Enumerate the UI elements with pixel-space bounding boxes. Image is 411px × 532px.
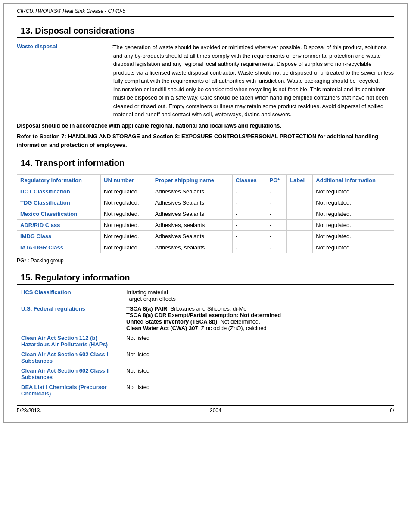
pg-cell: - [266,242,287,253]
additional-cell: Not regulated. [313,220,394,231]
table-row: DOT Classification Not regulated. Adhesi… [17,186,394,197]
label-cell [287,208,313,220]
classes-cell: - [232,231,266,242]
un-cell: Not regulated. [101,231,152,242]
hcs-row: HCS Classification : Irritating material… [21,289,394,302]
un-cell: Not regulated. [101,242,152,253]
label-cell [287,197,313,208]
table-row: IMDG Class Not regulated. Adhesives Seal… [17,231,394,242]
shipping-cell: Adhesives Sealants [152,231,232,242]
us-fed-line-0: TSCA 8(a) PAIR: Siloxanes and Silicones,… [126,305,281,312]
classes-cell: - [232,208,266,220]
label-cell [287,220,313,231]
col-reg-info: Regulatory information [17,175,101,186]
un-cell: Not regulated. [101,197,152,208]
col-un-number: UN number [101,175,152,186]
shipping-cell: Adhesives Sealants [152,186,232,197]
waste-disposal-text: The generation of waste should be avoide… [113,42,394,119]
col-label: Label [287,175,313,186]
disposal-bold2: Refer to Section 7: HANDLING AND STORAGE… [17,132,394,149]
dea-label: DEA List I Chemicals (Precursor Chemical… [21,384,120,397]
clean-air-112-label: Clean Air Act Section 112 (b) Hazardous … [21,335,120,348]
hcs-value: Irritating material Target organ effects [126,289,176,302]
hcs-value1: Irritating material [126,289,176,296]
label-cell [287,231,313,242]
un-cell: Not regulated. [101,220,152,231]
col-additional: Additional information [313,175,394,186]
table-row: Mexico Classification Not regulated. Adh… [17,208,394,220]
footer-code: 3004 [210,408,221,414]
label-cell [287,242,313,253]
table-row: ADR/RID Class Not regulated. Adhesives, … [17,220,394,231]
shipping-cell: Adhesives Sealants [152,208,232,220]
classes-cell: - [232,220,266,231]
additional-cell: Not regulated. [313,197,394,208]
footer-date: 5/28/2013. [17,408,41,414]
additional-cell: Not regulated. [313,231,394,242]
reg-cell: IMDG Class [17,231,101,242]
pg-cell: - [266,208,287,220]
reg-cell: ADR/RID Class [17,220,101,231]
us-fed-content: TSCA 8(a) PAIR: Siloxanes and Silicones,… [126,305,281,331]
clean-air-112-row: Clean Air Act Section 112 (b) Hazardous … [21,335,394,348]
classes-cell: - [232,197,266,208]
pg-cell: - [266,220,287,231]
section15-heading: 15. Regulatory information [17,271,394,285]
col-classes: Classes [232,175,266,186]
shipping-cell: Adhesives, sealants [152,242,232,253]
hcs-value2: Target organ effects [126,296,176,302]
reg-cell: DOT Classification [17,186,101,197]
section14-heading: 14. Transport information [17,156,394,170]
clean-air-112-value: Not listed [126,335,149,341]
shipping-cell: Adhesives Sealants [152,197,232,208]
un-cell: Not regulated. [101,208,152,220]
dea-row: DEA List I Chemicals (Precursor Chemical… [21,384,394,397]
pg-cell: - [266,231,287,242]
doc-header: CIRCUITWORKS® Heat Sink Grease - CT40-5 [17,8,394,17]
page-container: CIRCUITWORKS® Heat Sink Grease - CT40-5 … [3,3,408,423]
reg-cell: Mexico Classification [17,208,101,220]
additional-cell: Not regulated. [313,208,394,220]
us-fed-label: U.S. Federal regulations [21,305,120,331]
pg-cell: - [266,186,287,197]
waste-disposal-row: Waste disposal : The generation of waste… [17,42,394,119]
reg-cell: TDG Classification [17,197,101,208]
clean-air-602-class2-value: Not listed [126,367,149,374]
waste-disposal-label: Waste disposal [17,42,112,119]
clean-air-602-class1-value: Not listed [126,351,149,358]
additional-cell: Not regulated. [313,242,394,253]
section13-heading: 13. Disposal considerations [17,24,394,38]
clean-air-602-class2-label: Clean Air Act Section 602 Class II Subst… [21,367,120,380]
shipping-cell: Adhesives, sealants [152,220,232,231]
un-cell: Not regulated. [101,186,152,197]
transport-table: Regulatory information UN number Proper … [17,174,394,253]
us-fed-line-2: United States inventory (TSCA 8b): Not d… [126,318,281,325]
table-row: IATA-DGR Class Not regulated. Adhesives,… [17,242,394,253]
label-cell [287,186,313,197]
classes-cell: - [232,186,266,197]
col-proper-shipping: Proper shipping name [152,175,232,186]
us-fed-row: U.S. Federal regulations : TSCA 8(a) PAI… [21,305,394,331]
hcs-label: HCS Classification [21,289,120,302]
dea-value: Not listed [126,384,149,390]
additional-cell: Not regulated. [313,186,394,197]
reg-cell: IATA-DGR Class [17,242,101,253]
clean-air-602-class2-row: Clean Air Act Section 602 Class II Subst… [21,367,394,380]
footer: 5/28/2013. 3004 6/ [17,405,394,414]
classes-cell: - [232,242,266,253]
table-row: TDG Classification Not regulated. Adhesi… [17,197,394,208]
us-fed-line-1: TSCA 8(a) CDR Exempt/Partial exemption: … [126,312,281,318]
clean-air-602-class1-row: Clean Air Act Section 602 Class I Substa… [21,351,394,364]
footer-page: 6/ [390,408,394,414]
disposal-bold1: Disposal should be in accordance with ap… [17,121,394,130]
us-fed-line-3: Clean Water Act (CWA) 307: Zinc oxide (Z… [126,325,281,331]
doc-header-text: CIRCUITWORKS® Heat Sink Grease - CT40-5 [17,8,125,14]
clean-air-602-class1-label: Clean Air Act Section 602 Class I Substa… [21,351,120,364]
pg-cell: - [266,197,287,208]
col-pg: PG* [266,175,287,186]
packing-note: PG* : Packing group [17,258,394,264]
